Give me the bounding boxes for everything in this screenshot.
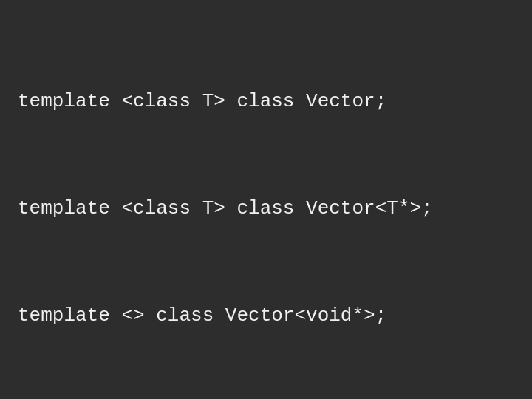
- code-line-3: template <> class Vector<void*>;: [18, 301, 433, 330]
- code-block: template <class T> class Vector; templat…: [0, 0, 451, 389]
- code-line-1: template <class T> class Vector;: [18, 87, 433, 116]
- code-line-2: template <class T> class Vector<T*>;: [18, 194, 433, 223]
